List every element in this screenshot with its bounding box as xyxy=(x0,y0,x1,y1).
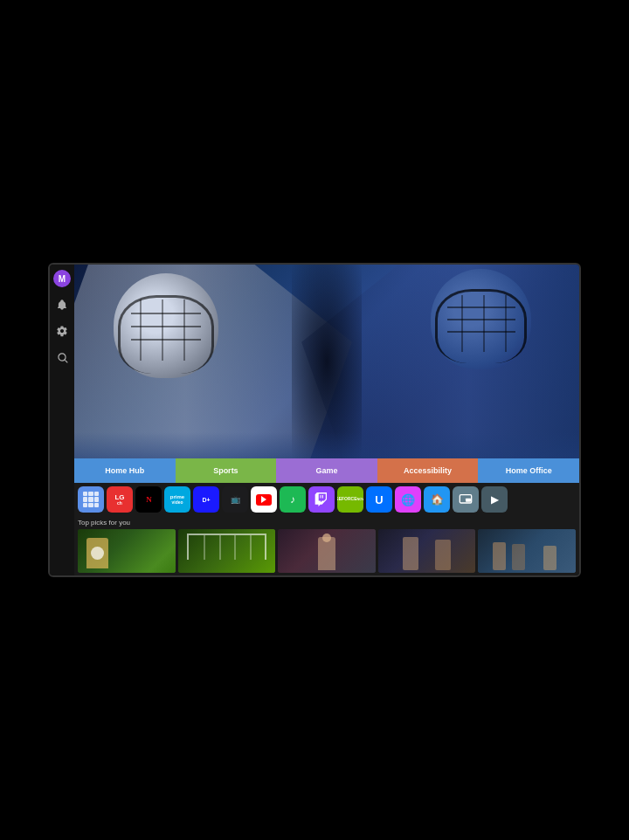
tab-accessibility[interactable]: Accessibility xyxy=(377,458,479,483)
nav-tabs: Home Hub Sports Game Accessibility Home … xyxy=(74,458,579,483)
svg-rect-1 xyxy=(466,499,471,502)
app-browser[interactable]: 🌐 xyxy=(395,486,421,513)
tab-home-office[interactable]: Home Office xyxy=(478,458,579,483)
app-disney-plus[interactable]: D+ xyxy=(193,486,219,513)
cage-right xyxy=(435,289,527,363)
app-spotify[interactable]: ♪ xyxy=(280,486,306,513)
thumbnail-1[interactable] xyxy=(78,529,176,573)
tab-sports[interactable]: Sports xyxy=(176,458,277,483)
thumbnail-3[interactable] xyxy=(278,529,376,573)
app-geforce-now[interactable]: GEFORCENOW xyxy=(337,486,363,513)
thumbnail-2[interactable] xyxy=(178,529,276,573)
gear-icon[interactable] xyxy=(53,322,71,340)
tv-screen: M xyxy=(48,263,581,577)
app-smart-home[interactable]: 🏠 xyxy=(424,486,450,513)
thumbnail-5[interactable] xyxy=(478,529,576,573)
app-uplay[interactable]: U xyxy=(366,486,392,513)
recommendations-section: Top picks for you xyxy=(74,516,579,575)
app-apple-tv[interactable]: 📺 xyxy=(222,486,248,513)
app-youtube[interactable] xyxy=(251,486,277,513)
thumbnail-4[interactable] xyxy=(378,529,476,573)
thumbnails-row xyxy=(78,529,576,573)
app-apps[interactable] xyxy=(78,486,104,513)
app-row: LG ch N prime video D+ 📺 xyxy=(74,483,579,516)
avatar-icon[interactable]: M xyxy=(53,270,71,287)
main-content: Home Hub Sports Game Accessibility Home … xyxy=(74,265,579,575)
sidebar: M xyxy=(50,265,74,575)
bell-icon[interactable] xyxy=(53,296,71,313)
app-lg-channels[interactable]: LG ch xyxy=(107,486,133,513)
app-pip[interactable] xyxy=(453,486,479,513)
app-twitch[interactable] xyxy=(308,486,335,513)
app-prime-video[interactable]: prime video xyxy=(164,486,190,513)
app-more[interactable]: ▶ xyxy=(481,486,508,513)
tab-game[interactable]: Game xyxy=(276,458,377,483)
tab-home-hub[interactable]: Home Hub xyxy=(74,458,176,483)
hero-banner xyxy=(74,265,579,458)
cage-left xyxy=(118,295,214,374)
search-icon[interactable] xyxy=(53,348,71,366)
recommendations-label: Top picks for you xyxy=(78,519,576,527)
app-netflix[interactable]: N xyxy=(135,486,162,513)
